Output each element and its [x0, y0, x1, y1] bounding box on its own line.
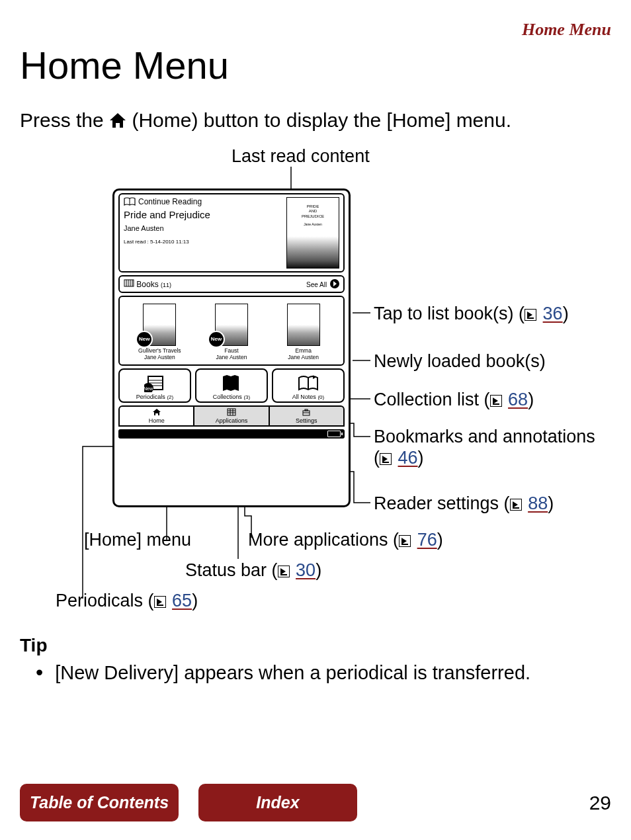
home-icon — [109, 108, 126, 136]
shelf-icon — [124, 279, 134, 287]
book-thumb: New Gulliver's Travels Jane Austen — [133, 304, 186, 360]
callout-suffix: ) — [418, 448, 424, 468]
book-open-icon — [124, 197, 136, 206]
callout-collection: Collection list ( 68) — [374, 389, 534, 410]
thumb-author: Jane Austen — [205, 354, 258, 360]
page-ref-icon — [525, 309, 536, 321]
intro-suffix: (Home) button to display the [Home] menu… — [132, 109, 511, 131]
svg-text:New: New — [144, 386, 153, 391]
callout-more-apps-text: More applications ( — [248, 530, 399, 550]
status-bar — [118, 429, 345, 439]
thumb-author: Jane Austen — [133, 354, 186, 360]
callout-more-apps: More applications ( 76) — [248, 529, 443, 550]
header-section-link[interactable]: Home Menu — [20, 20, 611, 40]
current-book-author: Jane Austen — [124, 224, 281, 232]
callout-tap-list: Tap to list book(s) ( 36) — [374, 303, 569, 324]
index-button[interactable]: Index — [198, 784, 357, 821]
toc-button[interactable]: Table of Contents — [20, 784, 179, 821]
callout-last-read: Last read content — [231, 146, 370, 167]
button-label: All Notes — [292, 394, 316, 400]
books-thumbnails: New Gulliver's Travels Jane Austen New F… — [118, 296, 345, 366]
device-screen: Continue Reading Pride and Prejudice Jan… — [112, 189, 351, 507]
books-label: Books — [136, 280, 158, 289]
thumb-cover: New — [215, 304, 248, 346]
tip-heading: Tip — [20, 635, 611, 656]
books-count: (11) — [161, 282, 171, 288]
link-page-46[interactable]: 46 — [398, 448, 418, 468]
cover-author: Jane Austen — [287, 222, 339, 227]
button-icon: New — [120, 372, 190, 394]
button-count: (2) — [167, 394, 173, 400]
page-ref-icon — [490, 395, 502, 407]
callout-suffix: ) — [563, 304, 569, 323]
link-page-36[interactable]: 36 — [543, 304, 563, 323]
callout-suffix: ) — [316, 560, 321, 580]
callout-bookmarks-prefix: ( — [374, 448, 380, 468]
continue-reading-header: Continue Reading — [124, 197, 281, 206]
nav-icon — [120, 408, 193, 417]
thumb-title: Emma — [277, 347, 330, 354]
callout-periodicals-text: Periodicals ( — [56, 591, 154, 610]
nav-icon — [194, 408, 268, 417]
menu-buttons-row: NewPeriodicals (2)Collections (3)All Not… — [118, 368, 345, 403]
page-title: Home Menu — [20, 43, 611, 87]
nav-settings: Settings — [269, 405, 345, 427]
callout-suffix: ) — [548, 493, 554, 513]
callout-bookmarks: Bookmarks and annotations ( 46) — [374, 426, 595, 469]
callout-bookmarks-line1: Bookmarks and annotations — [374, 427, 595, 446]
new-badge: New — [136, 331, 153, 348]
callout-suffix: ) — [192, 591, 198, 610]
nav-label: Settings — [270, 417, 343, 424]
books-header-row: Books (11) See All — [118, 275, 345, 293]
page-ref-icon — [278, 566, 290, 577]
footer: Table of Contents Index 29 — [20, 784, 611, 821]
book-cover: PRIDEANDPREJUDICE Jane Austen — [286, 197, 339, 269]
menu-button-periodicals: NewPeriodicals (2) — [118, 368, 191, 403]
link-page-65[interactable]: 65 — [172, 591, 192, 610]
callout-settings-text: Reader settings ( — [374, 493, 510, 513]
button-icon — [196, 372, 267, 394]
last-read-timestamp: Last read : 5-14-2010 11:13 — [124, 239, 281, 245]
nav-label: Home — [120, 417, 193, 424]
callout-suffix: ) — [437, 530, 443, 550]
diagram: Last read content Tap to list book(s) ( … — [20, 146, 611, 622]
callout-status-text: Status bar ( — [185, 560, 278, 580]
callout-collection-text: Collection list ( — [374, 390, 490, 409]
nav-applications: Applications — [194, 405, 269, 427]
page-ref-icon — [380, 453, 392, 465]
continue-reading-label: Continue Reading — [138, 197, 202, 206]
tip-body: [New Delivery] appears when a periodical… — [20, 660, 611, 685]
nav-bar: HomeApplicationsSettings — [118, 405, 345, 427]
thumb-title: Gulliver's Travels — [133, 347, 186, 354]
page-ref-icon — [154, 596, 166, 608]
svg-rect-19 — [305, 409, 308, 411]
book-thumb: New Faust Jane Austen — [205, 304, 258, 360]
nav-home: Home — [118, 405, 194, 427]
callout-status-bar: Status bar ( 30) — [185, 560, 321, 581]
callout-suffix: ) — [528, 390, 534, 409]
button-count: (3) — [243, 394, 250, 400]
page-number: 29 — [589, 792, 611, 814]
battery-icon — [327, 431, 341, 437]
callout-periodicals: Periodicals ( 65) — [56, 590, 198, 611]
callout-home-menu: [Home] menu — [84, 529, 191, 550]
thumb-title: Faust — [205, 347, 258, 354]
current-book-title: Pride and Prejudice — [124, 209, 281, 220]
button-count: (0) — [317, 394, 324, 400]
books-header-left: Books (11) — [124, 279, 171, 289]
link-page-76[interactable]: 76 — [417, 530, 437, 550]
svg-rect-13 — [228, 409, 235, 415]
link-page-88[interactable]: 88 — [528, 493, 548, 513]
intro-text: Press the (Home) button to display the [… — [20, 107, 611, 136]
callout-reader-settings: Reader settings ( 88) — [374, 493, 554, 514]
callout-newly-loaded: Newly loaded book(s) — [374, 351, 546, 372]
book-thumb: Emma Jane Austen — [277, 304, 330, 360]
callout-tap-list-text: Tap to list book(s) ( — [374, 304, 525, 323]
link-page-30[interactable]: 30 — [296, 560, 316, 580]
menu-button-all-notes: All Notes (0) — [272, 368, 345, 403]
button-icon — [273, 372, 343, 394]
nav-label: Applications — [194, 417, 268, 424]
nav-icon — [270, 408, 343, 417]
link-page-68[interactable]: 68 — [508, 390, 528, 409]
see-all-link: See All — [306, 279, 339, 288]
